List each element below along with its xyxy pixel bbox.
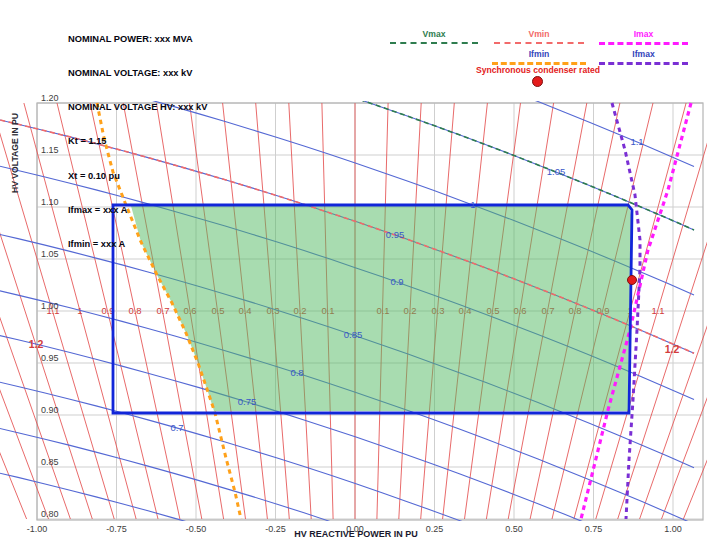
vmax-dash-swatch — [390, 42, 478, 44]
capability-chart-page: 1.110.90.80.70.60.50.40.30.20.10.10.20.3… — [0, 0, 707, 544]
svg-text:0.80: 0.80 — [41, 509, 59, 519]
vmin-dash-swatch — [494, 42, 584, 44]
svg-text:1.05: 1.05 — [547, 166, 566, 177]
legend-label: Vmax — [390, 29, 478, 39]
svg-text:0.85: 0.85 — [344, 329, 363, 340]
svg-text:1.00: 1.00 — [41, 301, 59, 311]
svg-text:1.2: 1.2 — [29, 338, 44, 350]
x-axis-title: HV REACTIVE POWER IN PU — [206, 529, 506, 539]
legend: Vmax Vmin Imax Ifmin Ifmax Synchronous c… — [0, 0, 707, 95]
legend-item-rated-label: Synchronous condenser rated — [452, 65, 624, 75]
rated-point-legend-dot — [532, 76, 543, 87]
svg-text:1.00: 1.00 — [664, 524, 682, 534]
legend-item-vmax: Vmax — [390, 29, 478, 44]
svg-text:0.75: 0.75 — [238, 396, 257, 407]
svg-text:1.15: 1.15 — [41, 145, 59, 155]
svg-text:0.50: 0.50 — [505, 524, 523, 534]
svg-text:0.95: 0.95 — [386, 229, 405, 240]
svg-text:1.1: 1.1 — [630, 136, 643, 147]
imax-dash-swatch — [599, 42, 688, 45]
y-axis-title: HV VOLTAGE IN PU — [10, 78, 20, 228]
info-line: NOMINAL VOLTAGE HV: xxx kV — [68, 102, 207, 113]
info-line: Kt = 1.15 — [68, 136, 207, 147]
info-line: Ifmin = xxx A — [68, 239, 207, 250]
svg-text:-0.50: -0.50 — [186, 524, 207, 534]
legend-item-vmin: Vmin — [494, 29, 584, 44]
rated-point-marker — [628, 276, 637, 285]
svg-text:0.8: 0.8 — [290, 367, 303, 378]
svg-text:0.90: 0.90 — [41, 405, 59, 415]
svg-text:-1.00: -1.00 — [27, 524, 48, 534]
svg-text:0.7: 0.7 — [156, 305, 169, 316]
legend-label: Vmin — [494, 29, 584, 39]
legend-label: Ifmax — [599, 49, 688, 59]
svg-text:1.2: 1.2 — [665, 343, 680, 355]
svg-text:1.10: 1.10 — [41, 197, 59, 207]
legend-item-ifmax: Ifmax — [599, 49, 688, 65]
legend-label: Imax — [599, 29, 688, 39]
legend-item-ifmin: Ifmin — [492, 49, 586, 65]
svg-text:0.9: 0.9 — [390, 276, 403, 287]
svg-text:1.05: 1.05 — [41, 249, 59, 259]
svg-text:0.75: 0.75 — [585, 524, 603, 534]
svg-text:0.8: 0.8 — [128, 305, 141, 316]
legend-item-imax: Imax — [599, 29, 688, 45]
legend-label: Ifmin — [492, 49, 586, 59]
svg-text:-0.75: -0.75 — [106, 524, 127, 534]
info-line: Xt = 0.10 pu — [68, 171, 207, 182]
svg-text:0.7: 0.7 — [170, 422, 183, 433]
svg-text:0.85: 0.85 — [41, 457, 59, 467]
svg-text:1.1: 1.1 — [651, 305, 664, 316]
svg-text:1: 1 — [470, 199, 475, 210]
svg-text:0.95: 0.95 — [41, 353, 59, 363]
y-tick-labels: 1.201.151.101.051.000.950.900.850.80 — [41, 93, 59, 519]
info-line: Ifmax = xxx A — [68, 205, 207, 216]
